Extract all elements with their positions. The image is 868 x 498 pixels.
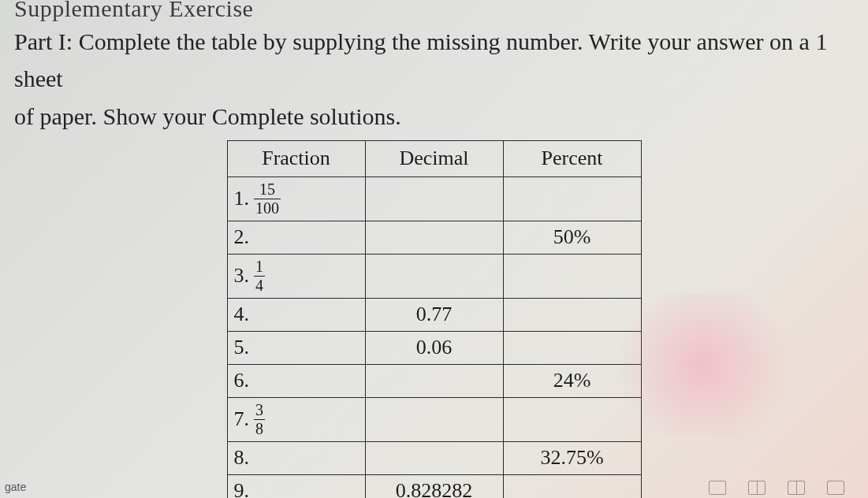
cell-fraction: 6.: [227, 364, 365, 397]
table-row: 3. 1 4: [227, 254, 641, 298]
fraction-numerator: 15: [258, 181, 277, 198]
view-icon[interactable]: [709, 481, 726, 495]
cell-fraction: 7. 3 8: [227, 397, 365, 441]
row-number: 9.: [234, 479, 250, 498]
cell-decimal: 0.77: [365, 298, 503, 331]
cell-percent: [503, 331, 641, 364]
cell-fraction: 3. 1 4: [227, 254, 365, 298]
corner-watermark: gate: [5, 481, 26, 493]
cell-fraction: 2.: [227, 221, 365, 254]
table-row: 8. 32.75%: [227, 441, 641, 474]
fraction-value: 1 4: [254, 258, 265, 294]
table-row: 6. 24%: [227, 364, 641, 397]
cell-fraction: 1. 15 100: [227, 177, 365, 221]
cell-decimal: 0.828282: [365, 474, 503, 498]
row-number: 5.: [234, 336, 250, 359]
cell-decimal: [365, 221, 503, 254]
cell-decimal: 0.06: [365, 331, 503, 364]
cell-decimal: [365, 177, 503, 221]
reading-icon[interactable]: [788, 481, 805, 495]
cell-percent: 50%: [503, 221, 641, 254]
grid-icon[interactable]: [748, 481, 766, 495]
row-number: 8.: [234, 446, 250, 469]
header-percent: Percent: [503, 140, 641, 177]
header-fraction: Fraction: [227, 140, 365, 177]
fraction-numerator: 1: [254, 258, 265, 275]
cell-percent: 32.75%: [503, 441, 641, 474]
table-header-row: Fraction Decimal Percent: [227, 140, 641, 177]
cell-decimal: [365, 397, 503, 441]
fraction-denominator: 100: [254, 200, 281, 217]
cell-percent: [503, 397, 641, 441]
table-container: Fraction Decimal Percent 1. 15 100: [14, 140, 854, 499]
cell-fraction: 5.: [227, 331, 365, 364]
fraction-value: 3 8: [254, 402, 265, 437]
fraction-denominator: 8: [254, 421, 265, 437]
cell-percent: [503, 177, 641, 221]
slideshow-icon[interactable]: [827, 481, 844, 495]
table-row: 9. 0.828282: [227, 474, 641, 498]
table-row: 7. 3 8: [227, 397, 641, 441]
worksheet-page: Supplementary Exercise Part I: Complete …: [0, 0, 868, 498]
row-number: 1.: [234, 187, 250, 210]
cell-decimal: [365, 254, 503, 298]
cell-fraction: 8.: [227, 441, 365, 474]
table-row: 1. 15 100: [227, 177, 641, 221]
row-number: 7.: [234, 407, 250, 431]
cell-decimal: [365, 364, 503, 397]
fraction-numerator: 3: [254, 402, 265, 418]
header-decimal: Decimal: [365, 140, 503, 177]
row-number: 2.: [234, 225, 250, 248]
fraction-denominator: 4: [254, 277, 265, 294]
cell-percent: [503, 298, 641, 331]
bottom-toolbar: [709, 481, 844, 495]
conversion-table: Fraction Decimal Percent 1. 15 100: [227, 140, 642, 499]
row-number: 6.: [234, 369, 250, 392]
row-number: 4.: [234, 303, 250, 325]
instruction-line-2: of paper. Show your Complete solutions.: [14, 98, 854, 136]
row-number: 3.: [234, 264, 250, 288]
fraction-value: 15 100: [254, 181, 281, 217]
table-row: 4. 0.77: [227, 298, 641, 331]
supplementary-title: Supplementary Exercise: [14, 0, 854, 22]
table-row: 5. 0.06: [227, 331, 641, 364]
cell-percent: [503, 254, 641, 298]
cell-percent: [503, 474, 641, 498]
cell-decimal: [365, 441, 503, 474]
cell-percent: 24%: [503, 364, 641, 397]
instruction-line-1: Part I: Complete the table by supplying …: [14, 24, 854, 97]
cell-fraction: 9.: [227, 474, 365, 498]
table-row: 2. 50%: [227, 221, 641, 254]
table-body: 1. 15 100 2.: [227, 177, 641, 498]
cell-fraction: 4.: [227, 298, 365, 331]
